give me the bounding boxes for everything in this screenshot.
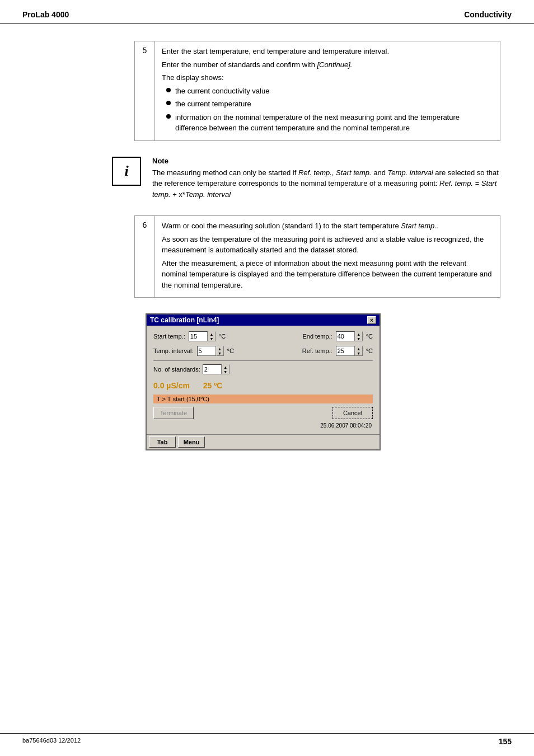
- ref-temp-unit: °C: [366, 348, 373, 354]
- start-temp-label: Start temp.:: [153, 333, 185, 340]
- note-text-block: Note The measuring method can only be st…: [152, 157, 500, 200]
- step-5-bullets: the current conductivity value the curre…: [166, 86, 493, 134]
- menu-button[interactable]: Menu: [178, 436, 205, 448]
- footer-doc-info: ba75646d03 12/2012: [22, 737, 81, 746]
- dialog-row-1: Start temp.: ▲ ▼ °C End temp.:: [153, 331, 373, 341]
- dialog-buttons-row: Terminate Cancel: [153, 407, 373, 419]
- page-header: ProLab 4000 Conductivity: [0, 0, 534, 24]
- step-5-line3: The display shows:: [162, 72, 493, 83]
- step-6-line1: Warm or cool the measuring solution (sta…: [162, 220, 493, 232]
- step-5-number: 5: [135, 41, 155, 140]
- dialog-timestamp: 25.06.2007 08:04:20: [153, 422, 373, 430]
- start-temp-field-group: ▲ ▼: [189, 331, 216, 341]
- dialog-row-2: Temp. interval: ▲ ▼ °C Ref. temp.:: [153, 346, 373, 356]
- step-5-line2: Enter the number of standards and confir…: [162, 59, 493, 71]
- end-temp-input[interactable]: [336, 331, 355, 341]
- step-6-number: 6: [135, 216, 155, 297]
- note-icon-box: i: [112, 157, 141, 186]
- no-standards-label: No. of standards:: [153, 366, 200, 373]
- dialog-title: TC calibration [nLin4]: [150, 316, 219, 324]
- bullet-icon-1: [166, 88, 171, 92]
- note-block: i Note The measuring method can only be …: [112, 157, 500, 200]
- end-temp-field-group: ▲ ▼: [336, 331, 363, 341]
- page-content: 5 Enter the start temperature, end tempe…: [0, 35, 534, 501]
- step-5-content: Enter the start temperature, end tempera…: [155, 41, 500, 140]
- page-footer: ba75646d03 12/2012 155: [0, 733, 534, 746]
- step-5-block: 5 Enter the start temperature, end tempe…: [134, 41, 500, 141]
- temperature-value: 25 ºC: [203, 381, 223, 390]
- start-temp-spinner[interactable]: ▲ ▼: [208, 331, 216, 341]
- end-temp-spinner[interactable]: ▲ ▼: [355, 331, 363, 341]
- tc-calibration-dialog-container: TC calibration [nLin4] × Start temp.: ▲ …: [146, 313, 500, 450]
- note-body: The measuring method can only be started…: [152, 167, 500, 200]
- cancel-button[interactable]: Cancel: [332, 407, 373, 419]
- tab-button[interactable]: Tab: [149, 436, 176, 448]
- ref-temp-input[interactable]: [336, 346, 355, 356]
- terminate-button[interactable]: Terminate: [153, 407, 194, 419]
- bullet-icon-3: [166, 114, 171, 119]
- ref-temp-label: Ref. temp.:: [302, 348, 332, 354]
- dialog-footer-row: Tab Menu: [147, 434, 380, 449]
- end-temp-spin-down[interactable]: ▼: [355, 336, 362, 341]
- conductivity-value: 0.0 µS/cm: [153, 381, 190, 390]
- status-text: T > T start (15,0°C): [157, 396, 209, 402]
- status-bar: T > T start (15,0°C): [153, 395, 373, 403]
- header-section-name: Conductivity: [464, 10, 512, 19]
- dialog-separator-1: [153, 360, 373, 361]
- tc-calibration-dialog: TC calibration [nLin4] × Start temp.: ▲ …: [146, 313, 381, 450]
- note-title: Note: [152, 157, 500, 165]
- no-standards-spin-up[interactable]: ▲: [222, 365, 229, 369]
- bullet-item-1: the current conductivity value: [166, 86, 493, 97]
- temp-interval-spin-up[interactable]: ▲: [217, 346, 223, 351]
- bullet-item-3: information on the nominal temperature o…: [166, 112, 493, 134]
- temp-interval-spin-down[interactable]: ▼: [217, 351, 223, 355]
- temp-interval-unit: °C: [227, 348, 234, 354]
- dialog-close-button[interactable]: ×: [367, 316, 376, 324]
- start-temp-input[interactable]: [189, 331, 208, 341]
- temp-interval-input[interactable]: [197, 346, 216, 356]
- start-temp-spin-down[interactable]: ▼: [208, 336, 215, 341]
- header-product-name: ProLab 4000: [22, 10, 69, 19]
- end-temp-label: End temp.:: [302, 333, 332, 340]
- temp-interval-label: Temp. interval:: [153, 348, 194, 354]
- step-6-line3: After the measurement, a piece of inform…: [162, 258, 493, 291]
- info-icon: i: [124, 163, 128, 180]
- conductivity-display: 0.0 µS/cm 25 ºC: [153, 380, 373, 391]
- step-6-line2: As soon as the temperature of the measur…: [162, 234, 493, 256]
- bullet-item-2: the current temperature: [166, 98, 493, 110]
- step-5-line1: Enter the start temperature, end tempera…: [162, 46, 493, 57]
- no-standards-spin-down[interactable]: ▼: [222, 369, 229, 374]
- start-temp-unit: °C: [219, 333, 226, 340]
- dialog-body: Start temp.: ▲ ▼ °C End temp.:: [147, 326, 380, 434]
- page-number: 155: [499, 737, 512, 746]
- temp-interval-spinner[interactable]: ▲ ▼: [216, 346, 224, 356]
- ref-temp-spin-up[interactable]: ▲: [355, 346, 362, 351]
- ref-temp-field-group: ▲ ▼: [336, 346, 363, 356]
- no-standards-row: No. of standards: ▲ ▼: [153, 364, 373, 374]
- ref-temp-spin-down[interactable]: ▼: [355, 351, 362, 355]
- dialog-titlebar: TC calibration [nLin4] ×: [147, 314, 380, 326]
- step-6-content: Warm or cool the measuring solution (sta…: [155, 216, 500, 297]
- start-temp-spin-up[interactable]: ▲: [208, 332, 215, 336]
- no-standards-field-group: ▲ ▼: [203, 364, 229, 374]
- end-temp-spin-up[interactable]: ▲: [355, 332, 362, 336]
- no-standards-spinner[interactable]: ▲ ▼: [222, 364, 229, 374]
- ref-temp-spinner[interactable]: ▲ ▼: [355, 346, 363, 356]
- step-6-block: 6 Warm or cool the measuring solution (s…: [134, 215, 500, 298]
- temp-interval-field-group: ▲ ▼: [197, 346, 224, 356]
- no-standards-input[interactable]: [203, 364, 222, 374]
- end-temp-unit: °C: [366, 333, 373, 340]
- bullet-icon-2: [166, 101, 171, 105]
